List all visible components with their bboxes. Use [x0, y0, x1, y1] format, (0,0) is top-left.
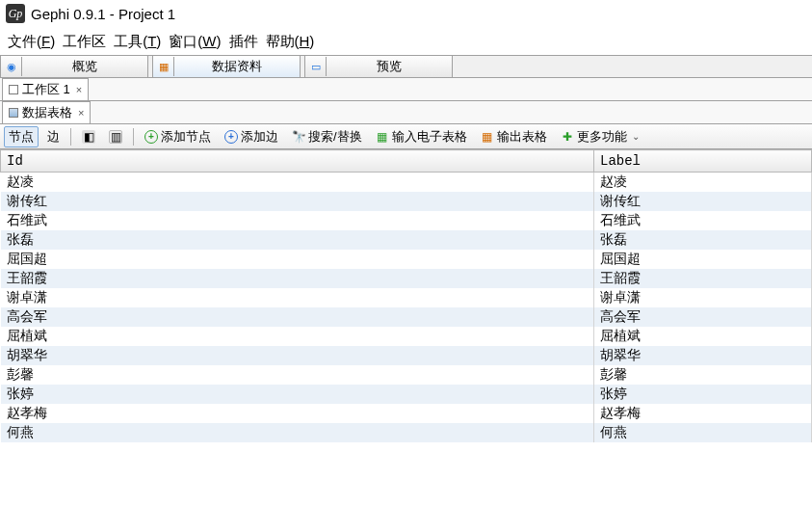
separator — [70, 128, 71, 146]
columns-button[interactable]: ▥ — [104, 128, 127, 146]
separator — [133, 128, 134, 146]
search-label: 搜索/替换 — [308, 128, 362, 146]
workspace-icon — [9, 85, 18, 94]
menu-plugins[interactable]: 插件 — [227, 33, 260, 51]
import-spreadsheet-button[interactable]: ▦ 输入电子表格 — [371, 126, 472, 147]
cell-label[interactable]: 石维武 — [594, 211, 812, 230]
cell-id[interactable]: 张磊 — [1, 230, 594, 250]
plus-icon: + — [224, 130, 238, 144]
puzzle-icon: ✚ — [561, 130, 574, 144]
configure-button[interactable]: ◧ — [77, 128, 100, 146]
table-row[interactable]: 谢传红谢传红 — [1, 192, 812, 211]
cell-label[interactable]: 王韶霞 — [594, 269, 812, 288]
table-row[interactable]: 屈国超屈国超 — [1, 250, 812, 269]
config-icon: ◧ — [82, 130, 95, 144]
view-tab-preview-label: 预览 — [327, 58, 452, 75]
table-row[interactable]: 王韶霞王韶霞 — [1, 269, 812, 288]
cell-label[interactable]: 屈植斌 — [594, 327, 812, 346]
column-header-label[interactable]: Label — [594, 150, 812, 173]
table-row[interactable]: 张磊张磊 — [1, 230, 812, 250]
edges-tab[interactable]: 边 — [42, 126, 65, 147]
cell-label[interactable]: 张婷 — [594, 385, 812, 404]
cell-label[interactable]: 赵凌 — [594, 173, 812, 193]
import-label: 输入电子表格 — [392, 128, 467, 146]
table-row[interactable]: 高会军高会军 — [1, 307, 812, 327]
cell-label[interactable]: 彭馨 — [594, 365, 812, 385]
cell-label[interactable]: 高会军 — [594, 307, 812, 327]
view-tab-datalab-label: 数据资料 — [174, 58, 300, 75]
table-row[interactable]: 谢卓潇谢卓潇 — [1, 288, 812, 307]
table-row[interactable]: 何燕何燕 — [1, 423, 812, 442]
view-tab-preview[interactable]: ▭ 预览 — [304, 56, 453, 77]
cell-label[interactable]: 谢传红 — [594, 192, 812, 211]
cell-id[interactable]: 屈植斌 — [1, 327, 594, 346]
add-node-button[interactable]: + 添加节点 — [140, 126, 216, 147]
cell-id[interactable]: 石维武 — [1, 211, 594, 230]
nodes-tab[interactable]: 节点 — [4, 126, 39, 147]
close-icon[interactable]: × — [78, 107, 84, 119]
menu-file[interactable]: 文件(F) — [6, 33, 57, 51]
cell-id[interactable]: 彭馨 — [1, 365, 594, 385]
table-row[interactable]: 彭馨彭馨 — [1, 365, 812, 385]
columns-icon: ▥ — [109, 130, 122, 144]
export-label: 输出表格 — [497, 128, 547, 146]
add-edge-button[interactable]: + 添加边 — [220, 126, 283, 147]
workspace-tab-1[interactable]: 工作区 1 × — [2, 78, 89, 100]
cell-label[interactable]: 张磊 — [594, 230, 812, 250]
menu-bar: 文件(F) 工作区 工具(T) 窗口(W) 插件 帮助(H) — [0, 27, 812, 55]
spreadsheet-in-icon: ▦ — [376, 130, 389, 144]
panel-tab-datatable[interactable]: 数据表格 × — [2, 101, 91, 123]
cell-id[interactable]: 高会军 — [1, 307, 594, 327]
cell-id[interactable]: 何燕 — [1, 423, 594, 442]
menu-window[interactable]: 窗口(W) — [167, 33, 223, 51]
chevron-down-icon: ⌄ — [632, 131, 640, 142]
data-table[interactable]: Id Label 赵凌赵凌谢传红谢传红石维武石维武张磊张磊屈国超屈国超王韶霞王韶… — [0, 149, 812, 442]
table-row[interactable]: 赵孝梅赵孝梅 — [1, 404, 812, 423]
cell-id[interactable]: 谢传红 — [1, 192, 594, 211]
view-tab-overview-label: 概览 — [22, 58, 147, 75]
plus-icon: + — [144, 130, 158, 144]
binoculars-icon: 🔭 — [292, 130, 305, 144]
more-actions-button[interactable]: ✚ 更多功能 ⌄ — [556, 126, 644, 147]
toolbar: 节点 边 ◧ ▥ + 添加节点 + 添加边 🔭 搜索/替换 ▦ 输入电子表格 ▦… — [0, 124, 812, 149]
table-row[interactable]: 张婷张婷 — [1, 385, 812, 404]
cell-label[interactable]: 胡翠华 — [594, 346, 812, 365]
cell-id[interactable]: 谢卓潇 — [1, 288, 594, 307]
app-logo-icon: Gp — [6, 4, 25, 23]
menu-help[interactable]: 帮助(H) — [264, 33, 317, 51]
cell-id[interactable]: 屈国超 — [1, 250, 594, 269]
table-row[interactable]: 胡翠华胡翠华 — [1, 346, 812, 365]
add-node-label: 添加节点 — [161, 128, 211, 146]
table-icon: ▦ — [153, 57, 174, 76]
cell-label[interactable]: 赵孝梅 — [594, 404, 812, 423]
column-header-id[interactable]: Id — [1, 150, 594, 173]
cell-id[interactable]: 张婷 — [1, 385, 594, 404]
workspace-tabs: 工作区 1 × — [0, 78, 812, 101]
panel-tabs: 数据表格 × — [0, 101, 812, 124]
table-row[interactable]: 赵凌赵凌 — [1, 173, 812, 193]
menu-tools[interactable]: 工具(T) — [112, 33, 163, 51]
cell-id[interactable]: 赵孝梅 — [1, 404, 594, 423]
export-table-button[interactable]: ▦ 输出表格 — [476, 126, 552, 147]
cell-label[interactable]: 屈国超 — [594, 250, 812, 269]
menu-workspace[interactable]: 工作区 — [61, 33, 108, 51]
close-icon[interactable]: × — [76, 84, 82, 95]
monitor-icon: ▭ — [305, 57, 327, 76]
cell-label[interactable]: 何燕 — [594, 423, 812, 442]
table-row[interactable]: 屈植斌屈植斌 — [1, 327, 812, 346]
cell-id[interactable]: 赵凌 — [1, 173, 594, 193]
app-title: Gephi 0.9.1 - Project 1 — [31, 6, 175, 22]
more-label: 更多功能 — [577, 128, 627, 146]
spreadsheet-out-icon: ▦ — [481, 130, 494, 144]
cell-label[interactable]: 谢卓潇 — [594, 288, 812, 307]
workspace-tab-label: 工作区 1 — [22, 81, 70, 98]
view-tab-datalab[interactable]: ▦ 数据资料 — [152, 56, 301, 77]
search-replace-button[interactable]: 🔭 搜索/替换 — [287, 126, 367, 147]
cell-id[interactable]: 胡翠华 — [1, 346, 594, 365]
globe-icon: ◉ — [1, 57, 22, 76]
datatable-icon — [9, 108, 18, 118]
panel-tab-label: 数据表格 — [22, 104, 72, 121]
view-tab-overview[interactable]: ◉ 概览 — [0, 56, 148, 77]
table-row[interactable]: 石维武石维武 — [1, 211, 812, 230]
cell-id[interactable]: 王韶霞 — [1, 269, 594, 288]
